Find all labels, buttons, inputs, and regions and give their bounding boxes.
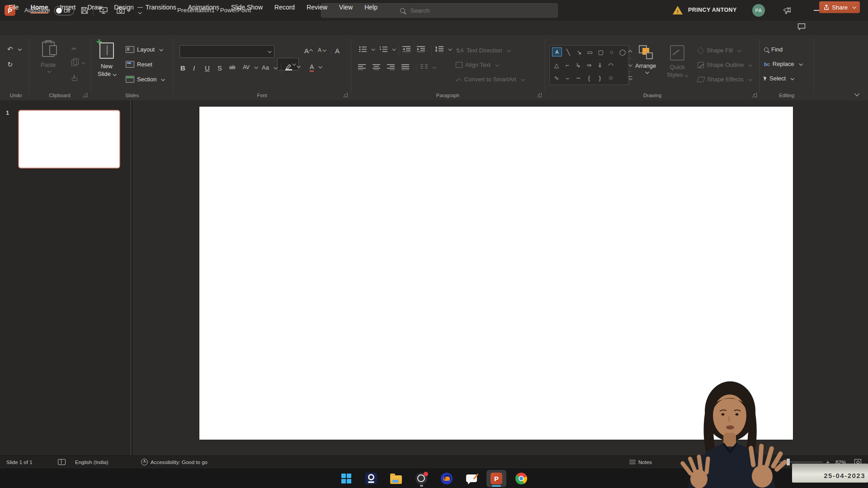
shape-line[interactable]: ╲ (563, 49, 574, 55)
clear-formatting-button[interactable]: A (335, 47, 340, 55)
coming-soon-megaphone-icon[interactable] (781, 5, 793, 16)
align-text-button[interactable]: Align Text (456, 61, 498, 68)
character-spacing-button[interactable]: AV (243, 64, 257, 70)
shape-effects-button[interactable]: Shape Effects (698, 76, 751, 83)
shape-scribble[interactable]: ∿ (551, 75, 562, 81)
accessibility-status[interactable]: Accessibility: Good to go (141, 456, 208, 468)
align-left-button[interactable] (358, 64, 366, 70)
avatar[interactable]: PA (752, 4, 765, 17)
shapes-scroll-up[interactable] (628, 46, 632, 59)
reset-button[interactable]: Reset (126, 61, 152, 68)
new-slide-button[interactable]: New Slide (98, 42, 116, 78)
shrink-font-button[interactable]: A (318, 47, 326, 53)
tab-home[interactable]: Home (25, 0, 54, 14)
shape-outline-button[interactable]: Shape Outline (698, 61, 751, 68)
shape-star[interactable]: ☆ (605, 75, 616, 81)
strikethrough-button[interactable]: ab (229, 64, 235, 70)
taskbar-powerpoint[interactable]: P (486, 470, 506, 487)
language-indicator[interactable]: English (India) (75, 456, 108, 468)
bullets-button[interactable] (359, 46, 374, 52)
shapes-more-button[interactable] (628, 72, 632, 84)
format-painter-button[interactable] (71, 75, 77, 80)
taskbar-chat-annotation-app[interactable] (462, 470, 481, 487)
text-box-shape[interactable]: A (552, 47, 562, 56)
layout-button[interactable]: Layout (126, 46, 162, 53)
collapse-ribbon-button[interactable] (853, 89, 859, 98)
cut-button[interactable]: ✂ (71, 45, 77, 52)
paragraph-dialog-launcher[interactable] (537, 93, 542, 97)
underline-button[interactable]: U (205, 64, 210, 72)
shape-chord[interactable]: ◠ (605, 62, 616, 68)
shape-oval[interactable]: ○ (606, 49, 617, 55)
drawing-dialog-launcher[interactable] (752, 93, 757, 97)
columns-button[interactable] (420, 64, 435, 70)
shape-elbow-connector[interactable]: ⌐ (562, 62, 573, 68)
tab-file[interactable]: File (3, 0, 25, 14)
grow-font-button[interactable]: A (304, 47, 312, 55)
shape-rounded-rectangle[interactable]: ▢ (595, 49, 606, 55)
slide-indicator[interactable]: Slide 1 of 1 (6, 456, 33, 468)
shape-triangle[interactable]: △ (551, 62, 562, 68)
slide-thumbnail[interactable] (18, 110, 120, 169)
select-button[interactable]: Select (764, 75, 793, 82)
taskbar-start-button[interactable] (336, 470, 356, 487)
taskbar-file-explorer[interactable] (386, 470, 406, 487)
taskbar-camera-app[interactable] (361, 470, 381, 487)
decrease-indent-button[interactable] (402, 46, 410, 52)
taskbar-chrome[interactable] (511, 470, 531, 487)
shapes-gallery[interactable]: A ╲ ↘ ▭ ▢ ○ ◯ △ ⌐ ↳ ⇒ ⇓ ◠ (549, 45, 630, 85)
comments-button[interactable] (797, 23, 806, 30)
font-dialog-launcher[interactable] (343, 93, 348, 97)
shape-curve[interactable]: ∼ (573, 75, 584, 81)
share-button[interactable]: Share (819, 1, 860, 13)
tab-transitions[interactable]: Transitions (140, 0, 182, 14)
text-direction-button[interactable]: ⇅A Text Direction (456, 47, 510, 54)
shape-rectangle[interactable]: ▭ (585, 49, 595, 55)
spell-check-icon[interactable] (58, 456, 66, 468)
shape-right-brace[interactable]: } (594, 75, 605, 81)
tab-review[interactable]: Review (301, 0, 333, 14)
shape-fill-button[interactable]: Shape Fill (698, 47, 741, 54)
shapes-scroll-down[interactable] (628, 59, 632, 72)
replace-button[interactable]: bc Replace (764, 61, 802, 67)
section-button[interactable]: Section (126, 76, 164, 83)
convert-to-smartart-button[interactable]: ⤺ Convert to SmartArt (456, 76, 524, 83)
clipboard-dialog-launcher[interactable] (83, 93, 87, 97)
warning-icon[interactable]: ! (673, 6, 683, 14)
find-button[interactable]: Find (764, 46, 783, 53)
paste-button[interactable]: Paste (41, 42, 56, 73)
align-right-button[interactable] (387, 64, 395, 70)
text-highlight-button[interactable] (285, 63, 300, 69)
font-name-combo[interactable] (179, 45, 274, 58)
taskbar-voice-audio-app[interactable] (437, 470, 457, 487)
tab-help[interactable]: Help (359, 0, 383, 14)
tab-design[interactable]: Design (108, 0, 140, 14)
copy-button[interactable] (71, 60, 85, 66)
shape-circle[interactable]: ◯ (617, 49, 628, 55)
tab-insert[interactable]: Insert (54, 0, 81, 14)
shape-left-brace[interactable]: { (584, 75, 594, 81)
shape-arrow-line[interactable]: ↘ (574, 49, 585, 55)
align-center-button[interactable] (373, 64, 380, 70)
justify-button[interactable] (401, 64, 409, 70)
quick-styles-button[interactable]: Quick Styles (667, 45, 688, 79)
tab-draw[interactable]: Draw (81, 0, 108, 14)
taskbar-obs-studio[interactable] (411, 470, 431, 487)
tab-slide-show[interactable]: Slide Show (225, 0, 269, 14)
increase-indent-button[interactable] (417, 46, 425, 52)
shape-down-arrow[interactable]: ⇓ (594, 62, 605, 68)
tab-record[interactable]: Record (269, 0, 301, 14)
shape-right-arrow[interactable]: ⇒ (584, 62, 594, 68)
redo-button[interactable]: ↻ (7, 61, 13, 69)
tab-animations[interactable]: Animations (182, 0, 225, 14)
font-color-button[interactable]: A (310, 63, 321, 70)
shape-elbow-arrow[interactable]: ↳ (573, 62, 584, 68)
shape-arc[interactable]: ⌣ (562, 75, 573, 81)
arrange-button[interactable]: Arrange (635, 45, 656, 74)
search-input[interactable] (410, 7, 452, 14)
undo-button[interactable]: ↶ (7, 45, 21, 53)
text-shadow-button[interactable]: S (217, 64, 222, 72)
line-spacing-button[interactable] (435, 46, 451, 52)
numbering-button[interactable] (380, 46, 395, 52)
change-case-button[interactable]: Aa (262, 64, 277, 71)
